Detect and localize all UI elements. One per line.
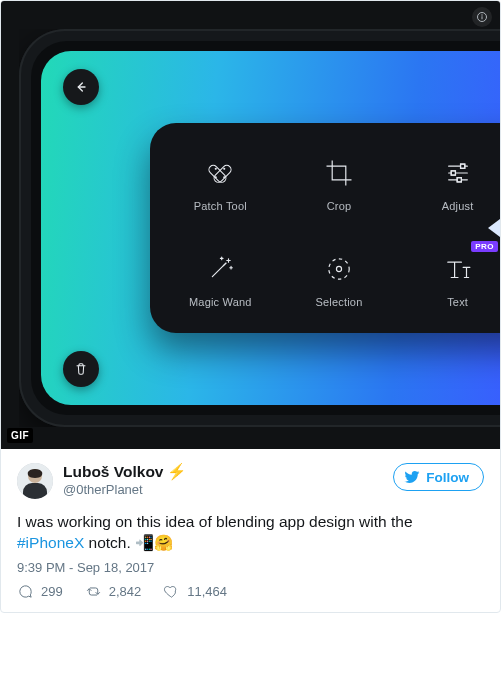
svg-point-15 [329,259,349,279]
svg-point-16 [336,266,341,271]
pro-badge: PRO [471,241,498,252]
tweet-text-pre: I was working on this idea of blending a… [17,513,413,530]
svg-point-7 [216,177,217,178]
magic-wand-icon [203,252,237,286]
like-action[interactable]: 11,464 [163,583,227,600]
svg-rect-3 [213,164,233,184]
twitter-bird-icon [404,469,420,485]
adjust-icon [441,156,475,190]
tool-crop[interactable]: Crop [283,137,396,231]
back-button[interactable] [63,69,99,105]
tool-patch[interactable]: Patch Tool [164,137,277,231]
svg-point-6 [224,168,225,169]
crop-icon [322,156,356,190]
patch-tool-icon [203,156,237,190]
svg-rect-10 [451,171,455,175]
tool-label: Crop [327,200,352,212]
retweet-action[interactable]: 2,842 [85,583,142,600]
svg-rect-9 [460,164,464,168]
tweet-card: Patch Tool Crop Adjust [0,0,501,613]
hashtag-link[interactable]: #iPhoneX [17,534,84,551]
selection-icon [322,252,356,286]
tweet-actions: 299 2,842 11,464 [17,583,484,600]
phone-body: Patch Tool Crop Adjust [19,29,500,427]
text-icon [441,252,475,286]
svg-rect-20 [23,483,47,499]
heart-icon [163,583,180,600]
tweet-text: I was working on this idea of blending a… [17,511,484,554]
follow-button[interactable]: Follow [393,463,484,491]
gif-badge: GIF [7,428,33,443]
tweet-text-post: notch. 📲🤗 [84,534,173,551]
tool-label: Text [447,296,468,308]
avatar[interactable] [17,463,53,499]
trash-icon [73,361,89,377]
reply-icon [17,583,34,600]
tool-label: Selection [315,296,362,308]
phone-stage: Patch Tool Crop Adjust [19,29,500,427]
tool-label: Patch Tool [194,200,247,212]
svg-rect-2 [482,16,483,19]
retweet-count: 2,842 [109,584,142,599]
delete-button[interactable] [63,351,99,387]
reply-action[interactable]: 299 [17,583,63,600]
phone-screen: Patch Tool Crop Adjust [41,51,500,405]
tweet-timestamp[interactable]: 9:39 PM - Sep 18, 2017 [17,560,484,575]
info-icon [476,11,488,23]
svg-rect-11 [457,178,461,182]
tool-label: Magic Wand [189,296,252,308]
tools-panel: Patch Tool Crop Adjust [150,123,500,333]
tool-text[interactable]: PRO Text [401,233,500,327]
tool-label: Adjust [442,200,474,212]
tool-selection[interactable]: Selection [283,233,396,327]
author-handle[interactable]: @0therPlanet [63,482,186,498]
author-name[interactable]: Luboš Volkov ⚡ [63,463,186,482]
author-name-text: Luboš Volkov [63,463,163,482]
tweet-media: Patch Tool Crop Adjust [1,1,500,449]
arrow-left-icon [73,79,89,95]
tweet-header: Luboš Volkov ⚡ @0therPlanet Follow [17,463,484,499]
svg-point-5 [216,168,217,169]
tool-adjust[interactable]: Adjust [401,137,500,231]
svg-point-8 [224,177,225,178]
like-count: 11,464 [187,584,227,599]
svg-rect-4 [208,164,228,184]
caret-right-icon [488,219,500,237]
tweet-content: Luboš Volkov ⚡ @0therPlanet Follow I was… [1,449,500,612]
bolt-icon: ⚡ [167,463,186,482]
media-info-button[interactable] [472,7,492,27]
retweet-icon [85,583,102,600]
tool-magic-wand[interactable]: Magic Wand [164,233,277,327]
follow-label: Follow [426,470,469,485]
reply-count: 299 [41,584,63,599]
svg-point-1 [481,14,482,15]
